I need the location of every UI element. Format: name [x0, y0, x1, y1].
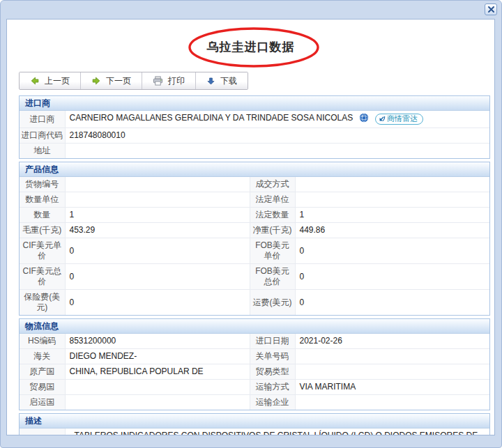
- table-row: 启运国 运输企业: [20, 395, 489, 410]
- field-value: CHINA, REPUBLICA POPULAR DE: [65, 364, 250, 380]
- field-value: 0: [65, 264, 250, 290]
- green-arrow-right-icon: [91, 76, 101, 86]
- logistics-section-header: 物流信息: [20, 319, 489, 334]
- radar-icon: [378, 115, 386, 123]
- field-label: 净重(千克): [250, 223, 295, 238]
- field-value: 1: [65, 208, 250, 223]
- field-label: 地址: [20, 144, 65, 159]
- field-label: 关单号码: [250, 349, 295, 364]
- table-row: 贸易国 运输方式 VIA MARITIMA: [20, 380, 489, 395]
- field-value: 0: [65, 290, 250, 316]
- field-label: FOB美元总价: [250, 264, 295, 290]
- field-value: [295, 177, 489, 192]
- table-row: 数量 1 法定数量 1: [20, 208, 489, 223]
- field-label: 贸易类型: [250, 364, 295, 380]
- next-page-label: 下一页: [106, 75, 131, 87]
- field-value: [65, 192, 250, 208]
- field-label: 编码描述: [20, 428, 65, 435]
- business-radar-badge[interactable]: 商情雷达: [375, 114, 423, 125]
- field-label: 保险费(美元): [20, 290, 65, 316]
- field-label: 原产国: [20, 364, 65, 380]
- field-value: [295, 192, 489, 208]
- field-label: 数量单位: [20, 192, 65, 208]
- description-section-header: 描述: [20, 414, 489, 428]
- field-value: 449.86: [295, 223, 489, 238]
- print-label: 打印: [168, 75, 185, 87]
- field-label: 法定单位: [250, 192, 295, 208]
- printer-icon: [153, 76, 163, 86]
- field-value: [295, 395, 489, 410]
- field-label: 成交方式: [250, 177, 295, 192]
- table-row: CIF美元单价 0 FOB美元单价 0: [20, 238, 489, 264]
- field-label: 法定数量: [250, 208, 295, 223]
- download-button[interactable]: 下载: [196, 72, 248, 89]
- field-value: 8531200000: [65, 334, 250, 349]
- importer-section: 进口商 进口商 CARNEIRO MAGALLANES GERALDINA Y …: [19, 95, 490, 159]
- next-page-button[interactable]: 下一页: [81, 72, 142, 89]
- field-label: 运费(美元): [250, 290, 295, 316]
- radar-badge-label: 商情雷达: [387, 114, 418, 124]
- page-title: 乌拉圭进口数据: [7, 20, 494, 55]
- field-value: [65, 395, 250, 410]
- field-label: 数量: [20, 208, 65, 223]
- field-value: 0: [295, 290, 489, 316]
- product-info-section-header: 产品信息: [20, 162, 489, 177]
- table-row: CIF美元总价 0 FOB美元总价 0: [20, 264, 489, 290]
- prev-page-button[interactable]: 上一页: [20, 72, 81, 89]
- field-value: 0: [295, 238, 489, 264]
- table-row: 原产国 CHINA, REPUBLICA POPULAR DE 贸易类型: [20, 364, 489, 380]
- field-label: 运输方式: [250, 380, 295, 395]
- table-row: 地址: [20, 144, 489, 159]
- close-icon: [487, 6, 495, 13]
- field-value: VIA MARITIMA: [295, 380, 489, 395]
- toolbar: 上一页 下一页 打印 下载: [19, 72, 248, 90]
- print-button[interactable]: 打印: [142, 72, 196, 89]
- field-value: 218748080010: [65, 128, 489, 144]
- logistics-section: 物流信息 HS编码 8531200000 进口日期 2021-02-26 海关 …: [19, 318, 490, 410]
- table-row: 毛重(千克) 453.29 净重(千克) 449.86: [20, 223, 489, 238]
- field-value: 0: [65, 238, 250, 264]
- table-row: 进口商 CARNEIRO MAGALLANES GERALDINA Y DA T…: [20, 111, 489, 128]
- field-value: 2021-02-26: [295, 334, 489, 349]
- field-label: CIF美元总价: [20, 264, 65, 290]
- field-label: 启运国: [20, 395, 65, 410]
- close-button[interactable]: [485, 3, 497, 15]
- table-row: HS编码 8531200000 进口日期 2021-02-26: [20, 334, 489, 349]
- description-section: 描述 编码描述 - TABLEROS INDICADORES CON DISPO…: [19, 413, 490, 435]
- table-row: 编码描述 - TABLEROS INDICADORES CON DISPOSIT…: [20, 428, 489, 435]
- field-label: 运输企业: [250, 395, 295, 410]
- field-label: CIF美元单价: [20, 238, 65, 264]
- content-panel: 乌拉圭进口数据 上一页 下一页 打印 下载 进口商: [6, 19, 495, 435]
- field-value: 1: [295, 208, 489, 223]
- field-label: 进口日期: [250, 334, 295, 349]
- field-label: HS编码: [20, 334, 65, 349]
- table-row: 进口商代码 218748080010: [20, 128, 489, 144]
- field-value: - TABLEROS INDICADORES CON DISPOSITIVOS …: [65, 428, 489, 435]
- field-value: 453.29: [65, 223, 250, 238]
- field-label: 海关: [20, 349, 65, 364]
- table-row: 货物编号 成交方式: [20, 177, 489, 192]
- importer-name: CARNEIRO MAGALLANES GERALDINA Y DA TRIND…: [70, 113, 353, 123]
- table-row: 数量单位 法定单位: [20, 192, 489, 208]
- green-arrow-left-icon: [30, 76, 40, 86]
- field-label: FOB美元单价: [250, 238, 295, 264]
- field-value: 0: [295, 264, 489, 290]
- blue-arrow-down-icon: [206, 77, 215, 86]
- field-label: 毛重(千克): [20, 223, 65, 238]
- field-value: DIEGO MENDEZ-: [65, 349, 250, 364]
- field-label: 进口商: [20, 111, 65, 128]
- prev-page-label: 上一页: [45, 75, 70, 87]
- field-value: [295, 349, 489, 364]
- table-row: 保险费(美元) 0 运费(美元) 0: [20, 290, 489, 316]
- table-row: 海关 DIEGO MENDEZ- 关单号码: [20, 349, 489, 364]
- field-label: 贸易国: [20, 380, 65, 395]
- field-value: [65, 177, 250, 192]
- globe-icon[interactable]: [359, 113, 369, 125]
- field-label: 货物编号: [20, 177, 65, 192]
- field-value: [295, 364, 489, 380]
- field-label: 进口商代码: [20, 128, 65, 144]
- product-info-section: 产品信息 货物编号 成交方式 数量单位 法定单位 数量 1: [19, 162, 490, 316]
- field-value: CARNEIRO MAGALLANES GERALDINA Y DA TRIND…: [65, 111, 489, 128]
- field-value: [65, 380, 250, 395]
- field-value: [65, 144, 489, 159]
